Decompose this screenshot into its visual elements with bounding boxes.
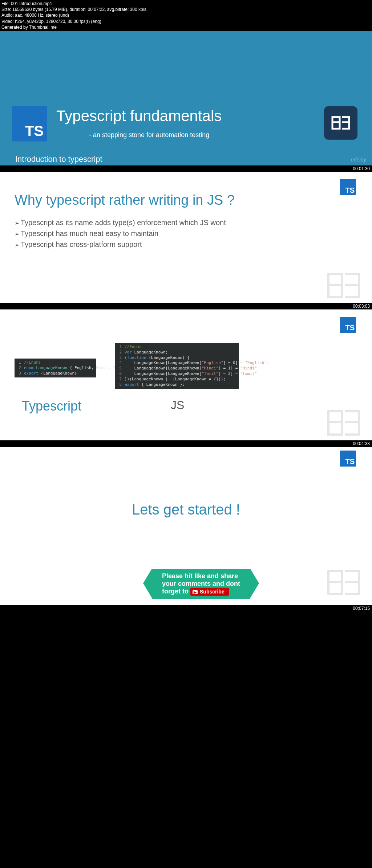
typescript-logo-small: TS bbox=[340, 451, 356, 467]
ea-logo bbox=[324, 106, 357, 140]
meta-audio: Audio: aac, 48000 Hz, stereo (und) bbox=[1, 12, 371, 18]
bullet-list: Typescript as its name adds type(s) enfo… bbox=[15, 217, 226, 250]
slide-intro: TS Typescript fundamentals - an stepping… bbox=[0, 31, 372, 165]
ea-watermark bbox=[326, 569, 361, 598]
typescript-logo-small: TS bbox=[340, 317, 356, 333]
divider: 00:07:15 bbox=[0, 605, 372, 612]
ea-watermark bbox=[326, 272, 361, 301]
meta-video: Video: h264, yuv420p, 1280x720, 30.00 fp… bbox=[1, 19, 371, 24]
slide-heading: Lets get started ! bbox=[0, 501, 372, 518]
timestamp: 00:03:03 bbox=[353, 304, 370, 309]
slide-get-started: TS Lets get started ! Please hit like an… bbox=[0, 447, 372, 605]
slide-title: Typescript fundamentals bbox=[56, 107, 222, 125]
divider: 00:04:33 bbox=[0, 440, 372, 447]
javascript-code: 1//Enums 2var LanguageKnown; 3(function … bbox=[115, 343, 239, 389]
timestamp: 00:04:33 bbox=[353, 441, 370, 446]
divider: 00:03:03 bbox=[0, 303, 372, 309]
slide-code-comparison: TS 1//Enums 2enum LanguageKnown { Englis… bbox=[0, 309, 372, 440]
bullet-item: Typescript has much neat easy to maintai… bbox=[15, 228, 226, 239]
slide-subtitle: - an stepping stone for automation testi… bbox=[89, 131, 209, 139]
video-metadata: File: 001 Introduction.mp4 Size: 1655963… bbox=[0, 0, 372, 31]
bullet-item: Typescript has cross-platform support bbox=[15, 239, 226, 250]
typescript-code: 1//Enums 2enum LanguageKnown { English, … bbox=[15, 359, 96, 378]
banner-line: forget to Subscribe bbox=[162, 588, 240, 596]
subscribe-button[interactable]: Subscribe bbox=[190, 588, 229, 596]
timestamp: 00:07:15 bbox=[353, 606, 370, 611]
meta-file: File: 001 Introduction.mp4 bbox=[1, 1, 371, 7]
timestamp: 00:01:30 bbox=[353, 166, 370, 171]
ea-watermark bbox=[326, 409, 361, 438]
bullet-item: Typescript as its name adds type(s) enfo… bbox=[15, 217, 226, 228]
subscribe-banner: Please hit like and share your comments … bbox=[152, 569, 250, 599]
udemy-watermark: udemy bbox=[351, 157, 366, 163]
slide-intro-text: Introduction to typescript bbox=[15, 155, 102, 164]
typescript-label: Typescript bbox=[22, 399, 81, 414]
meta-generator: Generated by Thumbnail me bbox=[1, 24, 371, 30]
meta-size: Size: 16559630 bytes (15.79 MiB), durati… bbox=[1, 7, 371, 12]
typescript-logo: TS bbox=[12, 106, 47, 141]
divider: 00:01:30 bbox=[0, 165, 372, 172]
javascript-label: JS bbox=[171, 399, 184, 412]
banner-line: Please hit like and share bbox=[162, 572, 240, 580]
banner-line: your comments and dont bbox=[162, 580, 240, 588]
slide-why-typescript: TS Why typescript rather writing in JS ?… bbox=[0, 172, 372, 303]
typescript-logo-small: TS bbox=[340, 179, 356, 195]
slide-heading: Why typescript rather writing in JS ? bbox=[15, 192, 235, 208]
